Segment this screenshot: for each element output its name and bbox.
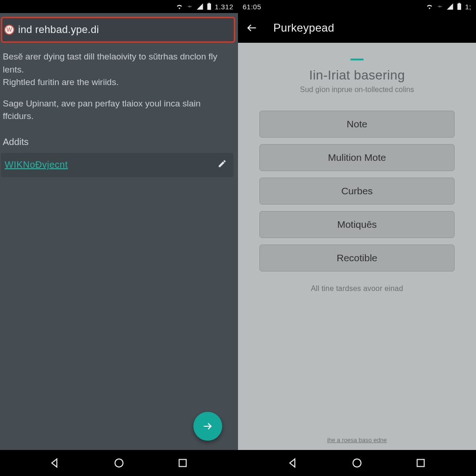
arrow-right-icon	[202, 420, 214, 432]
footer-note: All tine tardses avoor einad	[311, 284, 403, 293]
nav-recent[interactable]	[410, 452, 432, 474]
status-time: 1.312	[215, 3, 233, 11]
svg-rect-4	[457, 4, 461, 10]
option-label: Note	[347, 119, 367, 130]
status-bar-left: 1.312	[0, 0, 238, 13]
accent-bar	[350, 59, 364, 60]
option-curbes[interactable]: Curbes	[259, 178, 455, 205]
fab-next[interactable]	[193, 412, 222, 441]
phone-left: 1.312 W ind rehbad.ype.di Besĕ arer dyin…	[0, 0, 238, 476]
phone-right: 61:05 1; Purkeypead Iin-Iriat basering S…	[238, 0, 476, 476]
status-time-left: 61:05	[243, 3, 261, 11]
heading: Iin-Iriat basering	[309, 68, 405, 83]
edit-icon[interactable]	[218, 159, 227, 171]
site-badge-icon: W	[4, 25, 14, 35]
status-bar-right: 61:05 1;	[238, 0, 476, 13]
option-label: Recotible	[337, 252, 377, 264]
option-note[interactable]: Note	[259, 111, 455, 138]
option-recotible[interactable]: Recotible	[259, 245, 455, 271]
option-label: Mulition Mote	[328, 152, 386, 163]
nav-back[interactable]	[282, 452, 304, 474]
right-header: Purkeypead	[238, 13, 476, 43]
option-mulition[interactable]: Mulition Mote	[259, 144, 455, 171]
battery-icon	[457, 3, 462, 10]
status-time-right: 1;	[465, 3, 471, 11]
back-button[interactable]	[244, 20, 260, 36]
nav-home[interactable]	[346, 452, 368, 474]
nav-bar-left	[0, 450, 238, 476]
svg-rect-3	[179, 459, 186, 466]
option-label: Curbes	[341, 185, 373, 197]
link-row[interactable]: WIKNoÐvjecnt	[1, 153, 233, 177]
nav-home[interactable]	[108, 452, 130, 474]
signal-icon	[196, 3, 204, 10]
link-text[interactable]: WIKNoÐvjecnt	[5, 159, 68, 170]
tiny-link[interactable]: ihe a roesa baso edne	[327, 436, 387, 443]
nav-back[interactable]	[44, 452, 66, 474]
para1: Besĕ arer dying tast dill thelaoivity to…	[3, 52, 218, 74]
settings-status-icon	[186, 3, 193, 10]
wifi-icon	[426, 3, 433, 10]
para3: Sage Upinant, ave pan perfay tlaiox youl…	[3, 97, 231, 123]
svg-point-6	[353, 459, 361, 467]
section-label: Addits	[0, 131, 238, 150]
option-motiques[interactable]: Motiquēs	[259, 211, 455, 238]
option-label: Motiquēs	[337, 219, 377, 230]
svg-rect-0	[207, 4, 211, 10]
svg-rect-1	[208, 3, 210, 4]
svg-rect-7	[417, 459, 424, 466]
wifi-icon	[176, 3, 183, 10]
subheading: Sud gïon inprue on-tollected colins	[300, 86, 414, 94]
svg-rect-5	[459, 3, 460, 4]
signal-icon	[446, 3, 454, 10]
para2: Rightled furitin are the wiriids.	[3, 77, 119, 87]
url-text: ind rehbad.ype.di	[18, 24, 99, 36]
settings-status-icon	[436, 3, 443, 10]
svg-point-2	[115, 459, 123, 467]
battery-icon	[207, 3, 212, 10]
nav-bar-right	[238, 450, 476, 476]
header-title: Purkeypead	[273, 21, 334, 34]
right-content: Iin-Iriat basering Sud gïon inprue on-to…	[238, 43, 476, 450]
arrow-left-icon	[246, 22, 258, 34]
article-body: Besĕ arer dying tast dill thelaoivity to…	[0, 46, 238, 131]
left-content: W ind rehbad.ype.di Besĕ arer dying tast…	[0, 13, 238, 450]
nav-recent[interactable]	[172, 452, 194, 474]
url-bar[interactable]: W ind rehbad.ype.di	[1, 17, 235, 43]
